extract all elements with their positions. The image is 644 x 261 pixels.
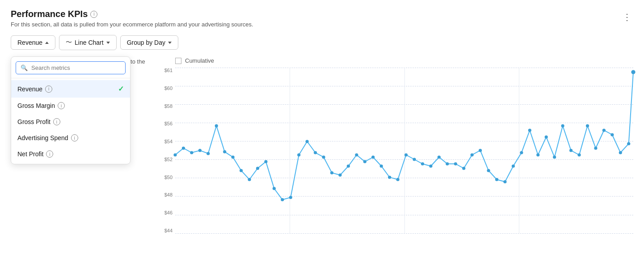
chart-dot [610, 133, 614, 137]
header-row: Performance KPIs i For this section, all… [11, 9, 633, 28]
chevron-down-icon-2 [168, 42, 172, 44]
y-label-7: $48 [164, 192, 173, 197]
y-axis: $61 $60 $58 $56 $54 $52 $50 $48 $46 $44 [157, 68, 175, 233]
subtitle: For this section, all data is pulled fro… [11, 21, 253, 28]
chart-dot [297, 154, 300, 157]
chart-dot [215, 124, 218, 128]
metric-item-gross-profit[interactable]: Gross Profit i [11, 114, 130, 130]
chart-dot [330, 171, 333, 175]
metric-item-left-2: Gross Margin i [17, 102, 65, 109]
metric-item-advertising-spend[interactable]: Advertising Spend i [11, 130, 130, 146]
chart-dot [380, 165, 383, 168]
chart-inner [175, 68, 633, 233]
info-icon[interactable]: i [90, 11, 97, 18]
y-label-5: $52 [164, 157, 173, 162]
chart-dot [619, 151, 622, 154]
chart-dot [322, 156, 325, 159]
y-label-6: $50 [164, 175, 173, 180]
y-label-8: $46 [164, 210, 173, 215]
chart-area: Cumulative $61 $60 $58 $56 $54 $52 $50 $… [157, 57, 633, 247]
group-by-label: Group by Day [127, 39, 165, 46]
chart-dot [577, 154, 581, 157]
metric-label-revenue: Revenue [17, 86, 42, 93]
chart-dot [462, 167, 465, 170]
metric-item-left-3: Gross Profit i [17, 118, 60, 125]
chart-dot-peak [631, 70, 635, 74]
chart-dot [503, 180, 506, 184]
metric-item-gross-margin[interactable]: Gross Margin i [11, 98, 130, 114]
chart-dot [512, 165, 515, 168]
chart-dot [248, 178, 251, 181]
chart-dot [561, 124, 564, 128]
metric-info-icon-revenue[interactable]: i [45, 86, 52, 93]
metric-item-revenue[interactable]: Revenue i ✓ [11, 80, 130, 98]
metric-label-gross-margin: Gross Margin [17, 102, 55, 109]
revenue-label: Revenue [17, 39, 42, 46]
metric-item-left: Revenue i [17, 86, 52, 93]
chart-dot [396, 178, 400, 181]
grid-line-9 [175, 233, 633, 234]
title-row: Performance KPIs i [11, 9, 253, 19]
chart-dot [314, 151, 317, 154]
more-menu-button[interactable]: ⋮ [621, 10, 633, 24]
metric-info-icon-advertising-spend[interactable]: i [71, 134, 78, 141]
chart-dot [536, 154, 539, 157]
chart-dot [528, 129, 531, 132]
chart-dot [347, 165, 350, 168]
line-chart-svg [175, 68, 633, 233]
y-label-1: $60 [164, 86, 173, 91]
metric-item-left-5: Net Profit i [17, 150, 53, 158]
chart-dot [371, 156, 375, 159]
chart-dot [429, 165, 432, 168]
page-title: Performance KPIs [11, 9, 88, 19]
chart-dot [421, 163, 424, 166]
line-chart-path [175, 72, 633, 200]
check-icon-revenue: ✓ [118, 85, 124, 93]
metric-item-net-profit[interactable]: Net Profit i [11, 146, 130, 162]
search-icon: 🔍 [21, 64, 28, 71]
chart-dot [256, 167, 259, 170]
y-label-3: $56 [164, 121, 173, 126]
chart-dot [388, 176, 391, 179]
chart-dot [479, 149, 482, 152]
chart-dot [264, 160, 267, 163]
chart-dot [338, 174, 341, 177]
revenue-dropdown-button[interactable]: Revenue [11, 35, 55, 50]
chart-type-dropdown-button[interactable]: 〜 Line Chart [59, 35, 117, 50]
chart-dot [487, 169, 490, 172]
chart-header: Cumulative [157, 57, 633, 64]
chart-wrapper: $61 $60 $58 $56 $54 $52 $50 $48 $46 $44 [157, 68, 633, 247]
chart-type-label: Line Chart [75, 39, 104, 46]
cumulative-checkbox[interactable] [175, 58, 181, 64]
chart-dot [471, 154, 474, 157]
chart-dot [281, 198, 284, 201]
chart-dot [495, 178, 498, 181]
chart-dot [232, 156, 235, 159]
chart-dot [553, 156, 556, 159]
metric-info-icon-gross-profit[interactable]: i [53, 118, 60, 125]
group-by-dropdown-button[interactable]: Group by Day [120, 35, 178, 50]
chart-dot [569, 149, 572, 152]
metrics-dropdown-panel: 🔍 Revenue i ✓ Gross Margin i [11, 56, 130, 164]
y-label-0: $61 [164, 68, 173, 73]
chart-dot [586, 124, 589, 128]
metric-info-icon-gross-margin[interactable]: i [58, 102, 65, 109]
cumulative-label: Cumulative [185, 57, 214, 64]
metric-info-icon-net-profit[interactable]: i [46, 150, 53, 158]
chart-dot [404, 154, 408, 157]
chevron-down-icon [106, 42, 110, 44]
chart-dot [602, 129, 606, 132]
metric-label-advertising-spend: Advertising Spend [17, 134, 68, 141]
search-input[interactable] [31, 64, 121, 71]
chart-dot [454, 163, 457, 166]
chart-dot [412, 158, 416, 161]
chart-dot [520, 151, 523, 154]
chart-dot [355, 154, 358, 157]
metric-label-gross-profit: Gross Profit [17, 118, 51, 125]
chart-dot [306, 140, 309, 143]
chart-dot [190, 151, 193, 154]
chart-dot [594, 147, 597, 150]
y-label-2: $58 [164, 103, 173, 109]
chart-dot [206, 152, 210, 155]
title-section: Performance KPIs i For this section, all… [11, 9, 253, 28]
